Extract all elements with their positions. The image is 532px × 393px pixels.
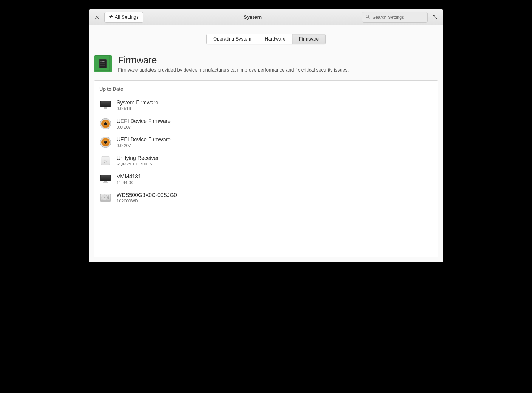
page-subtitle: Firmware updates provided by device manu… [118,67,349,73]
svg-point-26 [105,141,106,142]
hero-text: Firmware Firmware updates provided by de… [118,55,349,73]
receiver-icon: @ [99,154,112,167]
content-area: Operating System Hardware Firmware [89,25,443,262]
tabs-group: Operating System Hardware Firmware [206,34,326,44]
svg-point-21 [105,123,106,124]
search-field[interactable] [362,12,428,23]
device-version: 102000WD [117,199,177,203]
svg-rect-15 [104,107,107,109]
svg-text:P85: P85 [102,61,104,62]
all-settings-button[interactable]: All Settings [104,12,143,23]
device-version: 11.84.00 [117,180,141,185]
svg-text:@: @ [104,158,107,163]
svg-rect-14 [101,101,110,107]
back-button-label: All Settings [115,15,139,20]
drive-icon [99,191,112,204]
tab-operating-system[interactable]: Operating System [207,34,258,44]
device-text: VMM413111.84.00 [117,174,141,185]
device-text: System Firmware0.0.516 [117,100,158,111]
device-row[interactable]: UEFI Device Firmware0.0.207 [99,115,433,133]
hero: P85 Firmware Firmware updates provided b… [94,50,438,80]
svg-rect-30 [101,175,110,181]
device-text: UEFI Device Firmware0.0.207 [117,137,171,148]
speaker-icon [99,117,112,130]
svg-rect-11 [100,65,105,66]
svg-point-25 [104,141,107,144]
close-button[interactable] [93,13,101,21]
svg-point-20 [104,122,107,125]
window-title: System [146,14,359,20]
search-input[interactable] [372,15,429,20]
monitor-icon [99,173,112,185]
maximize-icon [433,15,437,19]
svg-rect-10 [100,63,105,64]
svg-point-35 [104,197,105,198]
device-version: 0.0.516 [117,106,158,111]
device-row[interactable]: WDS500G3X0C-00SJG0102000WD [99,188,433,207]
tab-bar: Operating System Hardware Firmware [94,25,438,50]
device-text: UEFI Device Firmware0.0.207 [117,118,171,129]
device-name: VMM4131 [117,174,141,180]
tab-hardware[interactable]: Hardware [258,34,292,44]
device-row[interactable]: System Firmware0.0.516 [99,96,433,115]
device-name: UEFI Device Firmware [117,118,171,124]
device-row[interactable]: @ Unifying ReceiverRQR24.10_B0036 [99,151,433,170]
device-row[interactable]: VMM413111.84.00 [99,170,433,188]
maximize-button[interactable] [431,13,439,21]
search-icon [365,14,370,20]
section-up-to-date: Up to Date [99,86,433,92]
device-name: Unifying Receiver [117,155,159,161]
devices-panel: Up to Date System Firmware0.0.516 UEFI D… [94,80,438,257]
device-text: Unifying ReceiverRQR24.10_B0036 [117,155,159,166]
back-arrow-icon [109,14,113,20]
firmware-chip-icon: P85 [94,55,112,73]
device-row[interactable]: UEFI Device Firmware0.0.207 [99,133,433,151]
page-title: Firmware [118,55,349,66]
tab-firmware[interactable]: Firmware [292,34,325,44]
speaker-icon [99,136,112,148]
device-name: System Firmware [117,100,158,106]
svg-rect-31 [104,181,107,182]
device-name: UEFI Device Firmware [117,137,171,143]
svg-rect-16 [103,109,108,109]
device-name: WDS500G3X0C-00SJG0 [117,192,177,198]
device-version: 0.0.207 [117,143,171,148]
device-list: System Firmware0.0.516 UEFI Device Firmw… [99,96,433,207]
svg-rect-36 [100,200,111,202]
device-version: RQR24.10_B0036 [117,162,159,166]
svg-rect-32 [103,182,108,183]
monitor-icon [99,99,112,112]
close-icon [95,15,99,19]
settings-window: All Settings System Operating System Har… [89,9,443,262]
device-text: WDS500G3X0C-00SJG0102000WD [117,192,177,203]
headerbar: All Settings System [89,9,443,25]
device-version: 0.0.207 [117,125,171,129]
